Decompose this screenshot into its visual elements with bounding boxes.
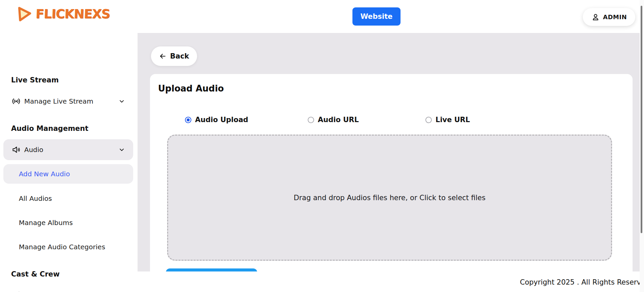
radio-circle-icon <box>308 117 314 123</box>
sidebar-subitem-manage-albums[interactable]: Manage Albums <box>19 219 73 227</box>
chevron-down-icon <box>118 146 125 153</box>
scrollbar-thumb[interactable] <box>641 6 642 233</box>
radio-label: Audio URL <box>318 116 359 124</box>
admin-menu-button[interactable]: ADMIN <box>583 8 635 26</box>
scrollbar-track[interactable] <box>640 0 644 292</box>
sidebar-section-audio-management: Audio Management <box>11 124 88 133</box>
radio-audio-url[interactable]: Audio URL <box>308 116 359 124</box>
main-content: Back Upload Audio Audio Upload Audio URL… <box>138 33 640 271</box>
file-dropzone[interactable]: Drag and drop Audios files here, or Clic… <box>167 135 612 261</box>
back-button[interactable]: Back <box>151 46 197 66</box>
website-button[interactable]: Website <box>352 7 401 26</box>
music-note-icon <box>11 290 21 292</box>
brand-logo[interactable]: FLICKNEXS <box>17 5 110 22</box>
upload-audio-card: Upload Audio Audio Upload Audio URL Live… <box>150 74 633 271</box>
chevron-down-icon <box>118 98 125 105</box>
radio-label: Live URL <box>435 116 470 124</box>
broadcast-icon <box>11 96 21 106</box>
radio-circle-icon <box>185 117 191 123</box>
add-audio-button[interactable] <box>166 268 257 271</box>
sidebar-subitem-add-new-audio[interactable]: Add New Audio <box>3 164 133 184</box>
sidebar-item-label: Manage Live Stream <box>24 97 93 105</box>
dropzone-instruction: Drag and drop Audios files here, or Clic… <box>294 194 485 202</box>
brand-name: FLICKNEXS <box>35 7 110 21</box>
user-icon <box>591 13 600 22</box>
sidebar-item-manage-live-stream[interactable]: Manage Live Stream <box>0 94 138 109</box>
sidebar-subitem-manage-audio-categories[interactable]: Manage Audio Categories <box>19 243 105 251</box>
top-header: FLICKNEXS Website ADMIN <box>0 0 644 33</box>
sidebar-item-audio[interactable]: Audio <box>3 139 133 160</box>
play-icon <box>16 5 33 23</box>
admin-label: ADMIN <box>603 13 627 21</box>
sidebar-subitem-all-audios[interactable]: All Audios <box>19 194 52 203</box>
speaker-icon <box>11 145 21 155</box>
sidebar-item-artists-management[interactable]: Artists Management <box>0 288 138 292</box>
page-title: Upload Audio <box>158 83 224 94</box>
copyright-text: Copyright 2025 . All Rights Reserved <box>520 278 644 286</box>
back-label: Back <box>170 52 189 60</box>
sidebar-section-live-stream: Live Stream <box>11 76 59 84</box>
radio-circle-icon <box>425 117 432 123</box>
sidebar-section-cast-crew: Cast & Crew <box>11 270 60 278</box>
back-arrow-icon <box>159 52 166 60</box>
radio-live-url[interactable]: Live URL <box>425 116 470 124</box>
radio-audio-upload[interactable]: Audio Upload <box>185 116 248 124</box>
sidebar: Live Stream Manage Live Stream Audio Man… <box>0 33 138 292</box>
sidebar-item-label: Audio <box>24 146 43 154</box>
radio-label: Audio Upload <box>195 116 248 124</box>
